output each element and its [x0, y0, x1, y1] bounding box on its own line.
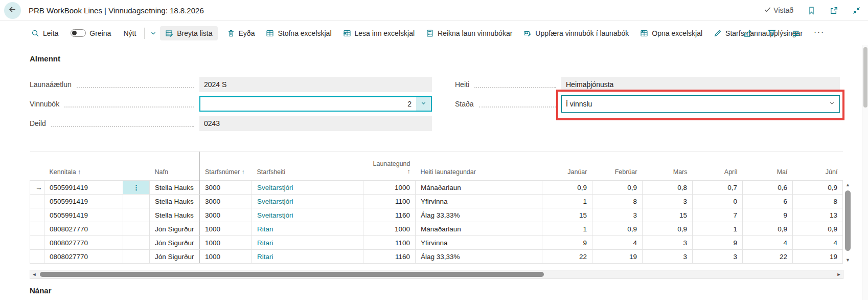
- table-row[interactable]: 0505991419Stella Hauks3000Sveitarstjóri1…: [30, 195, 843, 208]
- toolbar-button-excel-import[interactable]: Lesa inn excelskjal: [341, 26, 417, 40]
- table-cell-starfsheiti[interactable]: Sveitarstjóri: [252, 208, 363, 222]
- row-selector[interactable]: [30, 208, 44, 222]
- table-cell-starfsnumer[interactable]: 3000: [200, 195, 252, 208]
- column-header-mai[interactable]: Maí: [743, 152, 793, 181]
- toolbar-button-excel-open[interactable]: Opna excelskjal: [638, 26, 704, 40]
- table-cell-juni[interactable]: 19: [793, 250, 843, 264]
- minimize-icon[interactable]: [852, 6, 861, 15]
- heiti-field[interactable]: Heimaþjónusta: [561, 77, 840, 92]
- toolbar-button-trash[interactable]: Eyða: [225, 26, 257, 40]
- table-cell-starfsheiti[interactable]: Sveitarstjóri: [252, 195, 363, 208]
- table-cell-mai[interactable]: 6: [743, 195, 793, 208]
- row-menu-button[interactable]: ⋮: [123, 181, 150, 195]
- table-cell-mars[interactable]: 0,8: [643, 181, 693, 195]
- analyze-toggle[interactable]: [71, 29, 86, 37]
- table-row[interactable]: 0808027770Jón Sigurður1000Ritari1100Yfir…: [30, 236, 843, 250]
- back-button[interactable]: [4, 2, 21, 19]
- table-cell-mai[interactable]: 9: [743, 208, 793, 222]
- table-cell-starfsnumer[interactable]: 3000: [200, 208, 252, 222]
- table-cell-launategund[interactable]: 1100: [363, 236, 416, 250]
- table-cell-januar[interactable]: 9: [542, 236, 592, 250]
- table-cell-nafn[interactable]: Stella Hauks: [150, 195, 200, 208]
- column-header-januar[interactable]: Janúar: [542, 152, 592, 181]
- table-cell-nafn[interactable]: Jón Sigurður: [150, 222, 200, 236]
- table-cell-nafn[interactable]: Stella Hauks: [150, 181, 200, 195]
- toolbar-button-calculator[interactable]: Reikna laun vinnubókar: [424, 26, 514, 40]
- table-cell-februar[interactable]: 8: [592, 195, 643, 208]
- column-header-kennitala[interactable]: Kennitala ↑: [44, 152, 123, 181]
- table-cell-april[interactable]: 9: [693, 236, 743, 250]
- table-cell-starfsnumer[interactable]: 3000: [200, 181, 252, 195]
- table-cell-kennitala[interactable]: 0505991419: [44, 195, 123, 208]
- toolbar-button-edit-list[interactable]: Breyta lista: [160, 26, 217, 40]
- column-header-juni[interactable]: Júní: [793, 152, 843, 181]
- row-menu-button[interactable]: [123, 222, 150, 236]
- table-cell-juni[interactable]: 0,9: [793, 181, 843, 195]
- table-cell-heiti_launategundar[interactable]: Álag 33,33%: [416, 208, 542, 222]
- launaaaetlun-field[interactable]: 2024 S: [199, 77, 432, 92]
- page-scrollbar-thumb[interactable]: [863, 47, 867, 108]
- table-cell-heiti_launategundar[interactable]: Yfirvinna: [416, 236, 542, 250]
- row-selector[interactable]: [30, 195, 44, 208]
- scroll-down-arrow-icon[interactable]: ▼: [843, 256, 852, 264]
- page-scrollbar[interactable]: [862, 45, 868, 300]
- table-cell-heiti_launategundar[interactable]: Álag 33,33%: [416, 250, 542, 264]
- table-cell-februar[interactable]: 19: [592, 250, 643, 264]
- new-button[interactable]: Nýtt: [121, 26, 138, 40]
- toolbar-button-excel[interactable]: Stofna excelskjal: [264, 26, 333, 40]
- vinnubok-field[interactable]: 2: [199, 96, 432, 112]
- deild-field[interactable]: 0243: [199, 116, 432, 131]
- table-cell-mai[interactable]: 0,9: [743, 222, 793, 236]
- row-selector[interactable]: [30, 236, 44, 250]
- more-options-button[interactable]: ···: [814, 27, 825, 39]
- table-cell-februar[interactable]: 0,9: [592, 222, 643, 236]
- row-menu-button[interactable]: [123, 250, 150, 264]
- column-header-nafn[interactable]: Nafn: [150, 152, 200, 181]
- table-cell-april[interactable]: 3: [693, 250, 743, 264]
- table-cell-februar[interactable]: 4: [592, 236, 643, 250]
- bookmark-icon[interactable]: [807, 6, 816, 15]
- table-cell-kennitala[interactable]: 0808027770: [44, 250, 123, 264]
- table-cell-launategund[interactable]: 1160: [363, 250, 416, 264]
- search-button[interactable]: Leita: [29, 26, 60, 40]
- table-cell-april[interactable]: 1: [693, 222, 743, 236]
- table-cell-mai[interactable]: 4: [743, 236, 793, 250]
- grid-scrollbar-thumb[interactable]: [845, 190, 851, 251]
- column-header-launategund[interactable]: Launategund↑: [363, 152, 416, 181]
- table-cell-starfsheiti[interactable]: Sveitarstjóri: [252, 181, 363, 195]
- column-header-februar[interactable]: Febrúar: [592, 152, 643, 181]
- table-cell-starfsheiti[interactable]: Ritari: [252, 236, 363, 250]
- table-row[interactable]: 0505991419Stella Hauks3000Sveitarstjóri1…: [30, 208, 843, 222]
- table-cell-kennitala[interactable]: 0505991419: [44, 181, 123, 195]
- table-cell-april[interactable]: 7: [693, 208, 743, 222]
- table-cell-launategund[interactable]: 1000: [363, 181, 416, 195]
- row-selector[interactable]: [30, 250, 44, 264]
- table-row[interactable]: →0505991419⋮Stella Hauks3000Sveitarstjór…: [30, 181, 843, 195]
- table-row[interactable]: 0808027770Jón Sigurður1000Ritari1000Mána…: [30, 222, 843, 236]
- table-cell-launategund[interactable]: 1000: [363, 222, 416, 236]
- table-cell-mars[interactable]: 3: [643, 236, 693, 250]
- grid-vertical-scrollbar[interactable]: ▲ ▼: [843, 180, 852, 264]
- row-selector[interactable]: [30, 222, 44, 236]
- table-cell-starfsheiti[interactable]: Ritari: [252, 222, 363, 236]
- row-menu-button[interactable]: [123, 208, 150, 222]
- table-cell-februar[interactable]: 3: [592, 208, 643, 222]
- scroll-right-arrow-icon[interactable]: ►: [835, 270, 843, 278]
- table-cell-mai[interactable]: 0,6: [743, 181, 793, 195]
- scroll-up-arrow-icon[interactable]: ▲: [843, 181, 852, 188]
- table-cell-mars[interactable]: 3: [643, 250, 693, 264]
- chevron-down-icon[interactable]: [150, 30, 157, 37]
- table-cell-starfsnumer[interactable]: 1000: [200, 250, 252, 264]
- horizontal-scrollbar-thumb[interactable]: [40, 272, 544, 277]
- table-cell-mars[interactable]: 0,9: [643, 222, 693, 236]
- table-cell-januar[interactable]: 0,9: [542, 181, 592, 195]
- table-cell-januar[interactable]: 1: [542, 195, 592, 208]
- row-menu-button[interactable]: [123, 195, 150, 208]
- table-cell-nafn[interactable]: Stella Hauks: [150, 208, 200, 222]
- table-cell-april[interactable]: 0: [693, 195, 743, 208]
- table-cell-mai[interactable]: 22: [743, 250, 793, 264]
- table-cell-nafn[interactable]: Jón Sigurður: [150, 250, 200, 264]
- table-cell-juni[interactable]: 8: [793, 195, 843, 208]
- table-row[interactable]: 0808027770Jón Sigurður1000Ritari1160Álag…: [30, 250, 843, 264]
- column-header-starfsheiti[interactable]: Starfsheiti: [252, 152, 363, 181]
